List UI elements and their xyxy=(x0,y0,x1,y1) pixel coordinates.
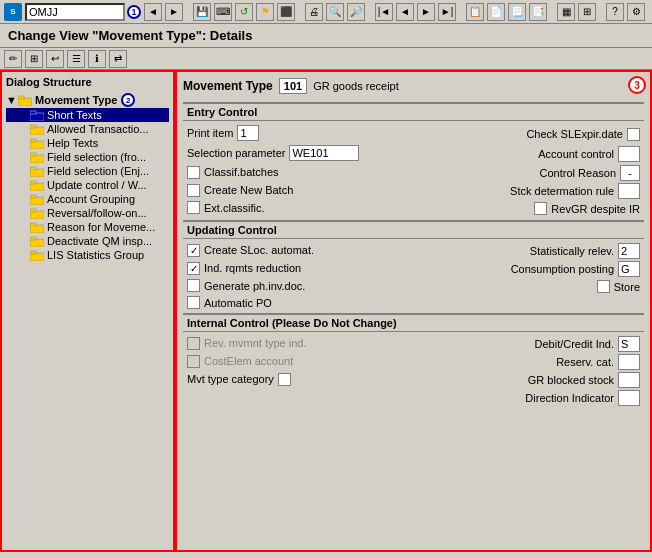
sap-icon: S xyxy=(4,3,22,21)
svg-rect-19 xyxy=(30,223,36,226)
direction-indicator-input[interactable] xyxy=(618,390,640,406)
find2-btn[interactable]: 🔎 xyxy=(347,3,365,21)
doc3-btn[interactable]: 📃 xyxy=(508,3,526,21)
doc4-btn[interactable]: 📑 xyxy=(529,3,547,21)
automatic-po-row: Automatic PO xyxy=(187,296,640,309)
title-bar: Change View "Movement Type": Details xyxy=(0,24,652,48)
tree-item-allowed[interactable]: Allowed Transactio... xyxy=(6,122,169,136)
statistically-relev-label: Statistically relev. xyxy=(530,245,614,257)
tree-label-field-sel1: Field selection (fro... xyxy=(47,151,146,163)
selection-param-input[interactable] xyxy=(289,145,359,161)
mvt-type-category-row: Mvt type category xyxy=(187,373,291,386)
grid2-btn[interactable]: ⊞ xyxy=(578,3,596,21)
entry-control-header: Entry Control xyxy=(183,102,644,121)
tree-item-help[interactable]: Help Texts xyxy=(6,136,169,150)
create-sloc-label: Create SLoc. automat. xyxy=(204,244,314,256)
svg-rect-13 xyxy=(30,181,36,184)
direction-indicator-label: Direction Indicator xyxy=(525,392,614,404)
prev-btn[interactable]: ◄ xyxy=(396,3,414,21)
print-item-input[interactable] xyxy=(237,125,259,141)
settings-btn[interactable]: ⚙ xyxy=(627,3,645,21)
transaction-code-input[interactable]: OMJJ xyxy=(25,3,125,21)
revgr-ir-checkbox[interactable] xyxy=(534,202,547,215)
store-label: Store xyxy=(614,281,640,293)
flag-btn[interactable]: ⚑ xyxy=(256,3,274,21)
detail-panel: 3 Movement Type 101 GR goods receipt Ent… xyxy=(175,70,652,552)
updating-control-header: Updating Control xyxy=(183,220,644,239)
stck-determ-input[interactable] xyxy=(618,183,640,199)
grid-btn[interactable]: ▦ xyxy=(557,3,575,21)
tree-item-deactivate-qm[interactable]: Deactivate QM insp... xyxy=(6,234,169,248)
tree-item-short-texts[interactable]: Short Texts xyxy=(6,108,169,122)
movement-type-header: Movement Type 101 GR goods receipt xyxy=(183,78,644,94)
badge-2: 2 xyxy=(121,93,135,107)
info-btn[interactable]: ℹ xyxy=(88,50,106,68)
undo-btn[interactable]: ↩ xyxy=(46,50,64,68)
tree-item-lis[interactable]: LIS Statistics Group xyxy=(6,248,169,262)
reserv-cat-input[interactable] xyxy=(618,354,640,370)
tree-item-field-sel1[interactable]: Field selection (fro... xyxy=(6,150,169,164)
control-reason-input[interactable] xyxy=(620,165,640,181)
tree-item-update-ctrl[interactable]: Update control / W... xyxy=(6,178,169,192)
main-toolbar: S OMJJ 1 ◄ ► 💾 ⌨ ↺ ⚑ ⬛ 🖨 🔍 🔎 |◄ ◄ ► ►| 📋… xyxy=(0,0,652,24)
tree-item-reason[interactable]: Reason for Moveme... xyxy=(6,220,169,234)
nav-fwd-btn[interactable]: ► xyxy=(165,3,183,21)
automatic-po-checkbox[interactable] xyxy=(187,296,200,309)
account-control-input[interactable] xyxy=(618,146,640,162)
doc1-btn[interactable]: 📋 xyxy=(466,3,484,21)
generate-ph-row: Generate ph.inv.doc. xyxy=(187,279,305,292)
consumption-posting-input[interactable] xyxy=(618,261,640,277)
tree-label-field-sel2: Field selection (Enj... xyxy=(47,165,149,177)
create-new-batch-checkbox[interactable] xyxy=(187,184,200,197)
doc2-btn[interactable]: 📄 xyxy=(487,3,505,21)
tree-item-movement-type[interactable]: ▼ Movement Type 2 xyxy=(6,92,169,108)
generate-ph-checkbox[interactable] xyxy=(187,279,200,292)
stop-btn[interactable]: ⬛ xyxy=(277,3,295,21)
check-slexpir-label: Check SLExpir.date xyxy=(526,128,623,140)
gr-blocked-stock-label: GR blocked stock xyxy=(528,374,614,386)
automatic-po-label: Automatic PO xyxy=(204,297,272,309)
last-btn[interactable]: ►| xyxy=(438,3,456,21)
classif-batches-checkbox[interactable] xyxy=(187,166,200,179)
statistically-relev-input[interactable] xyxy=(618,243,640,259)
classif-batches-label: Classif.batches xyxy=(204,166,279,178)
control-reason-label: Control Reason xyxy=(540,167,616,179)
svg-rect-11 xyxy=(30,167,36,170)
edit-btn[interactable]: ✏ xyxy=(4,50,22,68)
move-btn[interactable]: ⇄ xyxy=(109,50,127,68)
mvt-type-category-label: Mvt type category xyxy=(187,373,274,385)
store-checkbox[interactable] xyxy=(597,280,610,293)
revgr-ir-label: RevGR despite IR xyxy=(551,203,640,215)
next-btn[interactable]: ► xyxy=(417,3,435,21)
tree-label-reason: Reason for Moveme... xyxy=(47,221,155,233)
create-new-batch-label: Create New Batch xyxy=(204,184,293,196)
tree-item-field-sel2[interactable]: Field selection (Enj... xyxy=(6,164,169,178)
table-btn[interactable]: ⊞ xyxy=(25,50,43,68)
ind-rqmts-checkbox[interactable] xyxy=(187,262,200,275)
secondary-toolbar: ✏ ⊞ ↩ ☰ ℹ ⇄ xyxy=(0,48,652,70)
folder-icon-short-texts xyxy=(30,110,44,121)
check-slexpir-checkbox[interactable] xyxy=(627,128,640,141)
debit-credit-input[interactable] xyxy=(618,336,640,352)
movement-type-description: GR goods receipt xyxy=(313,80,399,92)
find-btn[interactable]: 🔍 xyxy=(326,3,344,21)
svg-rect-5 xyxy=(30,125,36,128)
tree-item-reversal[interactable]: Reversal/follow-on... xyxy=(6,206,169,220)
refresh-btn[interactable]: ↺ xyxy=(235,3,253,21)
stck-determ-label: Stck determation rule xyxy=(510,185,614,197)
ext-classific-checkbox[interactable] xyxy=(187,201,200,214)
tree-item-account-grouping[interactable]: Account Grouping xyxy=(6,192,169,206)
print-btn[interactable]: 🖨 xyxy=(305,3,323,21)
gr-blocked-stock-input[interactable] xyxy=(618,372,640,388)
help-btn[interactable]: ? xyxy=(606,3,624,21)
nav-back-btn[interactable]: ◄ xyxy=(144,3,162,21)
first-btn[interactable]: |◄ xyxy=(375,3,393,21)
folder-icon-field-sel2 xyxy=(30,166,44,177)
main-content: Dialog Structure ▼ Movement Type 2 Short… xyxy=(0,70,652,552)
create-sloc-checkbox[interactable] xyxy=(187,244,200,257)
shortcut-btn[interactable]: ⌨ xyxy=(214,3,232,21)
cfg-btn[interactable]: ☰ xyxy=(67,50,85,68)
print-item-label: Print item xyxy=(187,127,233,139)
save-btn[interactable]: 💾 xyxy=(193,3,211,21)
mvt-type-category-checkbox[interactable] xyxy=(278,373,291,386)
